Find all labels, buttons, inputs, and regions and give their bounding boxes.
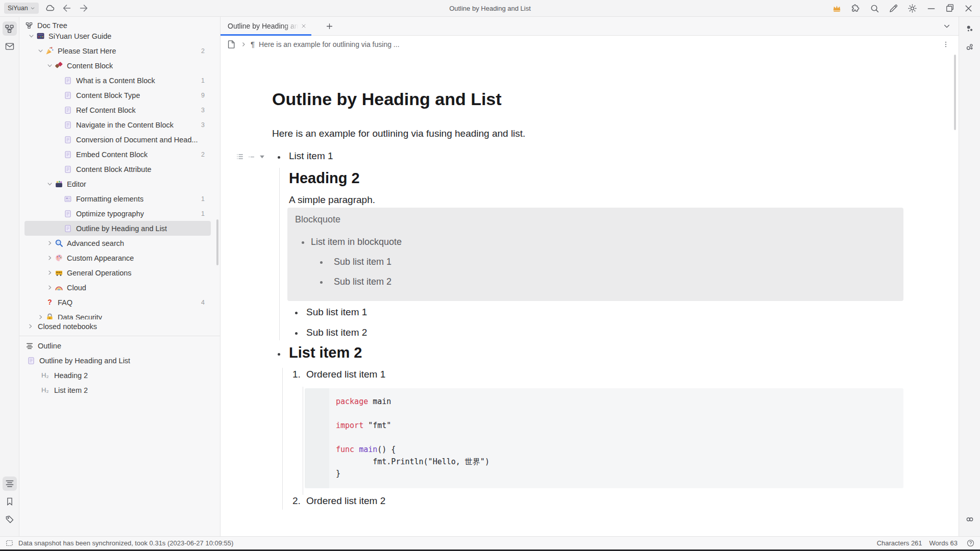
theme-brightness-icon[interactable]	[907, 3, 918, 14]
outline-item[interactable]: H₂List item 2	[19, 383, 220, 397]
forward-icon[interactable]	[78, 3, 89, 14]
heading-level-2-icon: H₂	[41, 386, 54, 394]
back-icon[interactable]	[61, 3, 72, 14]
gutter-list-item-icon[interactable]	[248, 153, 255, 161]
doc-tree-item-label: Custom Appearance	[67, 254, 134, 262]
cloud-sync-icon[interactable]	[44, 3, 56, 14]
list-bullet	[302, 241, 304, 244]
breadcrumb-item[interactable]: Here is an example for outlining via fus…	[259, 40, 399, 48]
heading-2[interactable]: Heading 2	[289, 170, 360, 187]
doc-tree-item[interactable]: Content Block Type9	[24, 88, 211, 103]
doc-tree-item[interactable]: Custom Appearance	[24, 251, 211, 265]
search-icon[interactable]	[869, 3, 880, 14]
doc-tree-item[interactable]: Embed Content Block2	[24, 147, 211, 162]
dock-backlinks-button[interactable]	[963, 512, 977, 527]
doc-tree-item[interactable]: Formatting elements1	[24, 191, 211, 206]
code-block[interactable]: 1package main23import "fmt"45func main()…	[305, 388, 903, 488]
outline-item[interactable]: H₂Heading 2	[19, 368, 220, 383]
intro-paragraph[interactable]: Here is an example for outlining via fus…	[272, 128, 525, 139]
chevron-down-icon[interactable]	[27, 33, 36, 39]
left-panel: Doc Tree SiYuan User GuidePlease Start H…	[19, 17, 220, 536]
code-line: 4	[305, 432, 903, 444]
doc-tree-item[interactable]: Optimize typography1	[24, 206, 211, 221]
new-tab-plus-icon[interactable]	[325, 22, 334, 31]
dock-global-graph-button[interactable]	[963, 39, 977, 54]
app-menu-button[interactable]: SiYuan	[4, 3, 39, 14]
doc-tree-item[interactable]: SiYuan User Guide	[24, 32, 211, 43]
doc-tree-item[interactable]: What is a Content Block1	[24, 73, 211, 88]
chevron-right-icon[interactable]	[45, 240, 55, 246]
edit-mode-pencil-icon[interactable]	[888, 3, 899, 14]
doc-tree-item[interactable]: Editor	[24, 177, 211, 191]
doc-count-badge: 1	[197, 77, 205, 84]
doc-tree-item[interactable]: Outline by Heading and List	[24, 221, 211, 236]
dock-tag-button[interactable]	[3, 512, 17, 527]
close-icon[interactable]	[963, 3, 974, 14]
blockquote-sub-item-1[interactable]: Sub list item 1	[334, 257, 391, 267]
tab-close-icon[interactable]	[301, 23, 307, 29]
doc-tree-item[interactable]: Conversion of Document and Head...	[24, 132, 211, 147]
doc-tree-item[interactable]: General Operations	[24, 265, 211, 280]
doc-tree-item[interactable]: Advanced search	[24, 236, 211, 251]
restore-window-icon[interactable]	[945, 3, 955, 13]
doc-count-badge: 4	[197, 299, 205, 306]
doc-icon	[27, 357, 39, 365]
left-dock	[0, 17, 19, 536]
dock-inbox-button[interactable]	[3, 39, 17, 54]
code-line: 2	[305, 408, 903, 420]
editor-area[interactable]: Outline by Heading and List Here is an e…	[220, 53, 959, 536]
simple-paragraph[interactable]: A simple paragraph.	[289, 194, 375, 206]
gutter-collapse-triangle-icon[interactable]	[259, 154, 265, 160]
dock-bookmark-button[interactable]	[3, 494, 17, 509]
sub-list-item-2[interactable]: Sub list item 2	[306, 327, 367, 338]
doc-tree-item[interactable]: Cloud	[24, 280, 211, 295]
ordered-list-item-2[interactable]: Ordered list item 2	[306, 495, 385, 507]
tab-outline-by-heading[interactable]: Outline by Heading and List	[220, 17, 311, 35]
outline-item[interactable]: Outline by Heading and List	[19, 353, 220, 368]
dock-doc-tree-button[interactable]	[3, 21, 17, 36]
doc-tree-item[interactable]: Navigate in the Content Block3	[24, 117, 211, 132]
blockquote-list-item[interactable]: List item in blockquote	[311, 237, 402, 247]
list-bullet	[320, 261, 323, 264]
blockquote-sub-item-2[interactable]: Sub list item 2	[334, 277, 391, 287]
chevron-down-icon[interactable]	[45, 181, 55, 187]
plugin-puzzle-icon[interactable]	[850, 3, 861, 14]
doc-tree-item[interactable]: ?FAQ4	[24, 295, 211, 310]
doc-tree-scrollbar[interactable]	[216, 219, 218, 265]
doc-tree-item[interactable]: Please Start Here2	[24, 43, 211, 58]
tab-list-chevron-icon[interactable]	[943, 22, 951, 30]
chevron-down-icon[interactable]	[45, 63, 55, 68]
minimize-icon[interactable]	[926, 3, 937, 14]
chevron-right-icon[interactable]	[36, 314, 45, 319]
editor-scrollbar[interactable]	[954, 55, 956, 130]
chevron-right-icon[interactable]	[45, 255, 55, 261]
gutter-list-icon[interactable]	[236, 153, 244, 161]
doc-title[interactable]: Outline by Heading and List	[272, 89, 502, 109]
closed-notebooks-row[interactable]: Closed notebooks	[19, 319, 220, 333]
doc-tree-item-label: Advanced search	[67, 239, 124, 247]
chevron-right-icon[interactable]	[45, 285, 55, 290]
chevron-down-icon[interactable]	[36, 48, 45, 54]
blockquote[interactable]: Blockquote List item in blockquote Sub l…	[287, 208, 903, 301]
ordered-list-item-1[interactable]: Ordered list item 1	[306, 369, 385, 380]
doc-tree-item[interactable]: Data Security	[24, 310, 211, 319]
doc-tree-item[interactable]: Ref Content Block3	[24, 103, 211, 117]
more-options-icon[interactable]	[942, 40, 950, 48]
dock-graph-button[interactable]	[963, 21, 977, 36]
doc-tree-item-label: Please Start Here	[58, 47, 116, 55]
list-item-1[interactable]: List item 1	[289, 151, 333, 162]
help-icon[interactable]	[966, 539, 975, 547]
membership-crown-icon[interactable]	[831, 3, 842, 14]
line-number: 5	[305, 444, 329, 456]
sub-list-item-1[interactable]: Sub list item 1	[306, 307, 367, 318]
doc-tree-item[interactable]: Content Block Attribute	[24, 162, 211, 177]
faq-icon: ?	[45, 298, 58, 307]
doc-tree-item[interactable]: Content Block	[24, 58, 211, 73]
document-file-icon[interactable]	[226, 39, 236, 49]
dock-outline-button[interactable]	[3, 477, 17, 491]
chevron-right-icon[interactable]	[45, 270, 55, 276]
paragraph-mark-icon: ¶	[251, 40, 255, 48]
doc-count-badge: 9	[197, 92, 205, 99]
blockquote-text[interactable]: Blockquote	[295, 214, 340, 225]
list-item-2-heading[interactable]: List item 2	[289, 344, 362, 361]
